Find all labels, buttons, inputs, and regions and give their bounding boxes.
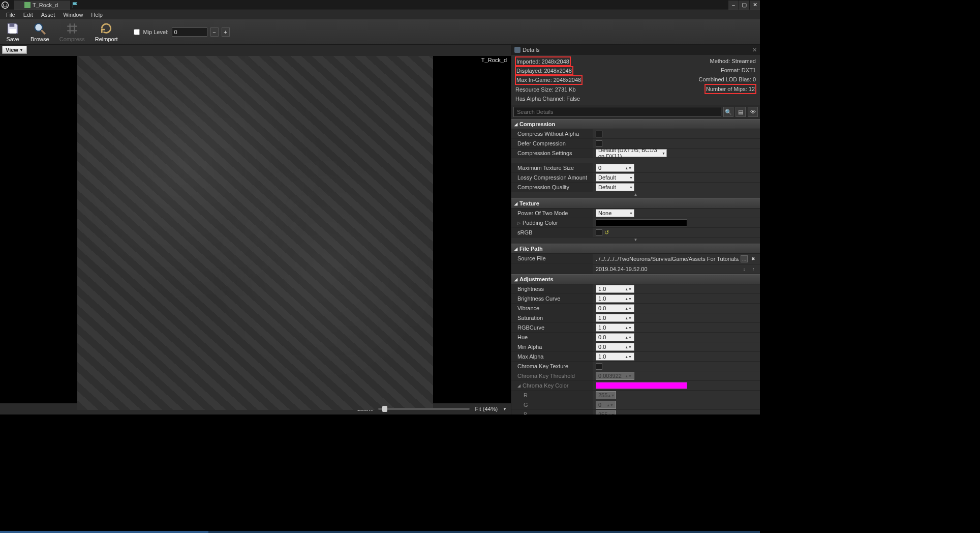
search-details-input[interactable] [513, 107, 721, 117]
menu-asset[interactable]: Asset [38, 11, 58, 19]
label-po2: Power Of Two Mode [511, 209, 593, 218]
label-compress-without-alpha: Compress Without Alpha [511, 129, 593, 139]
ue-logo-icon [0, 0, 10, 10]
window-minimize-button[interactable]: − [728, 1, 739, 10]
details-icon [514, 47, 520, 53]
info-max-ingame: Max In-Game: 2048x2048 [516, 77, 581, 83]
close-tab-icon[interactable]: ✕ [752, 47, 757, 53]
swatch-padding-color[interactable] [596, 219, 687, 226]
tutorial-flag-icon[interactable] [70, 1, 80, 10]
menu-file[interactable]: File [3, 11, 18, 19]
label-brightness: Brightness [511, 284, 593, 294]
view-options-button[interactable]: 👁 [748, 107, 758, 117]
view-mode-button[interactable]: View ▼ [2, 46, 27, 54]
label-lossy-amount: Lossy Compression Amount [511, 173, 593, 183]
menu-edit[interactable]: Edit [20, 11, 36, 19]
window-close-button[interactable]: ✕ [750, 1, 760, 10]
clear-file-button[interactable]: ✖ [750, 255, 757, 262]
label-chroma-key-color: ◢Chroma Key Color [511, 381, 593, 391]
svg-rect-2 [10, 29, 16, 34]
svg-rect-1 [10, 23, 15, 27]
menu-help[interactable]: Help [88, 11, 106, 19]
document-tab[interactable]: T_Rock_d [14, 1, 70, 10]
mip-level-input[interactable]: 0 [172, 27, 207, 37]
input-chroma-key-threshold: 0.003922▲▼ [596, 372, 634, 380]
search-icon[interactable]: 🔍 [723, 107, 733, 117]
toolbar: Save Browse Compress Reimport Mip Level:… [0, 19, 760, 45]
dropdown-po2[interactable]: None [596, 209, 634, 217]
checkbox-chroma-key-texture[interactable] [596, 363, 602, 370]
section-filepath[interactable]: ◢File Path [511, 244, 760, 254]
menubar: File Edit Asset Window Help [0, 10, 760, 19]
input-rgbcurve[interactable]: 1.0▲▼ [596, 323, 634, 332]
checkbox-compress-without-alpha[interactable] [596, 131, 602, 137]
section-compression[interactable]: ◢Compression [511, 119, 760, 129]
swatch-chroma-key-color[interactable] [596, 382, 687, 389]
zoom-fit-label: Fit (44%) [475, 406, 498, 412]
label-source-file: Source File [511, 254, 593, 263]
floppy-icon [5, 21, 20, 36]
expand-arrow-icon[interactable]: ▲ [634, 192, 638, 198]
checkbox-defer-compression[interactable] [596, 140, 602, 147]
texture-canvas[interactable]: T_Rock_d [0, 56, 511, 403]
arrow-up-button[interactable]: ↑ [750, 265, 757, 273]
label-vibrance: Vibrance [511, 304, 593, 313]
taskbar [0, 531, 760, 533]
info-imported: Imported: 2048x2048 [516, 58, 569, 65]
svg-point-0 [2, 2, 9, 8]
browse-button[interactable]: Browse [28, 21, 51, 42]
input-brightness-curve[interactable]: 1.0▲▼ [596, 294, 634, 303]
label-srgb: sRGB [511, 228, 593, 238]
info-format: Format: DXT1 [721, 66, 756, 74]
dropdown-lossy-amount[interactable]: Default [596, 173, 634, 182]
window-maximize-button[interactable]: ▢ [739, 1, 749, 10]
label-chroma-key-texture: Chroma Key Texture [511, 362, 593, 371]
reset-icon[interactable]: ↺ [604, 229, 609, 236]
arrow-down-button[interactable]: ↓ [741, 265, 748, 273]
input-brightness[interactable]: 1.0▲▼ [596, 285, 634, 293]
expand-arrow-icon[interactable]: ▼ [634, 238, 638, 244]
reimport-icon [99, 21, 114, 36]
input-max-texture-size[interactable]: 0▲▼ [596, 164, 634, 172]
input-saturation[interactable]: 1.0▲▼ [596, 314, 634, 322]
checkbox-srgb[interactable] [596, 229, 602, 236]
label-hue: Hue [511, 333, 593, 342]
texture-name-label: T_Rock_d [481, 57, 507, 63]
reimport-button[interactable]: Reimport [93, 21, 120, 42]
input-max-alpha[interactable]: 1.0▲▼ [596, 352, 634, 361]
details-panel: Details ✕ Imported: 2048x2048 Displayed:… [511, 45, 760, 414]
chevron-down-icon: ▼ [19, 48, 23, 52]
info-method: Method: Streamed [710, 57, 756, 65]
dropdown-compression-settings[interactable]: Default (DXT1/5, BC1/3 on DX11) [596, 149, 667, 157]
menu-window[interactable]: Window [60, 11, 86, 19]
input-min-alpha[interactable]: 0.0▲▼ [596, 343, 634, 351]
dropdown-compression-quality[interactable]: Default [596, 183, 634, 191]
label-r: R [511, 391, 593, 400]
svg-line-4 [42, 30, 46, 34]
label-chroma-key-threshold: Chroma Key Threshold [511, 371, 593, 381]
zoom-slider[interactable] [378, 408, 470, 410]
source-file-path: ../../../../../TwoNeurons/SurvivalGame/A… [596, 256, 739, 262]
label-compression-settings: Compression Settings [511, 149, 593, 158]
section-adjustments[interactable]: ◢Adjustments [511, 274, 760, 284]
viewport: View ▼ T_Rock_d Zoom: Fit (44%) ▼ [0, 45, 511, 414]
magnifier-icon [32, 21, 47, 36]
input-r: 255▲▼ [596, 391, 616, 399]
label-max-texture-size: Maximum Texture Size [511, 163, 593, 173]
label-defer-compression: Defer Compression [511, 139, 593, 149]
mip-level-decrement[interactable]: − [210, 27, 219, 37]
property-matrix-button[interactable]: ▤ [736, 107, 746, 117]
section-texture[interactable]: ◢Texture [511, 198, 760, 209]
input-hue[interactable]: 0.0▲▼ [596, 333, 634, 341]
label-b: B [511, 410, 593, 414]
input-vibrance[interactable]: 0.0▲▼ [596, 304, 634, 312]
details-tab[interactable]: Details ✕ [511, 45, 760, 55]
browse-file-button[interactable]: … [741, 255, 748, 262]
chevron-down-icon[interactable]: ▼ [503, 407, 507, 411]
label-brightness-curve: Brightness Curve [511, 294, 593, 304]
save-button[interactable]: Save [3, 21, 22, 42]
info-resource-size: Resource Size: 2731 Kb [515, 85, 636, 94]
mip-level-increment[interactable]: + [222, 27, 230, 37]
mip-level-checkbox[interactable] [134, 29, 140, 35]
info-lod-bias: Combined LOD Bias: 0 [699, 75, 756, 83]
